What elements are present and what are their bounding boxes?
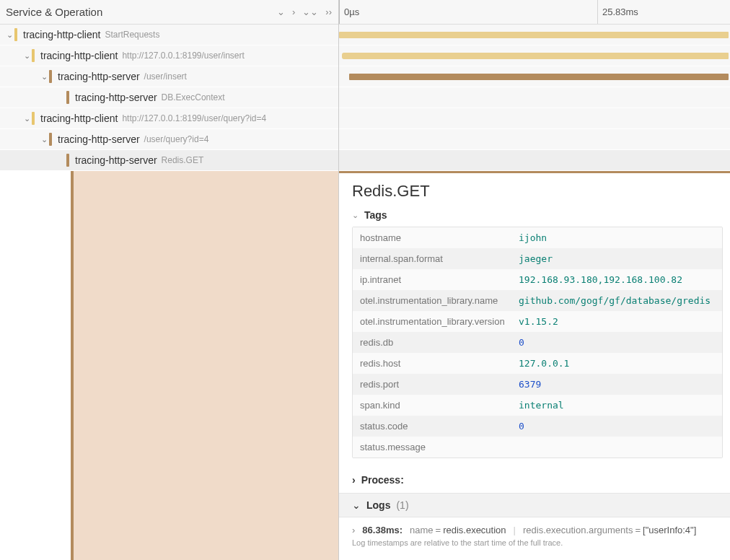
span-bar[interactable] <box>349 74 729 80</box>
service-color-bar <box>14 28 17 41</box>
chevron-down-icon[interactable]: ⌄ <box>22 114 32 123</box>
chevron-down-icon[interactable]: ⌄ <box>39 135 49 144</box>
tag-value: 0 <box>519 421 524 432</box>
logs-count: (1) <box>396 499 408 511</box>
chevron-down-icon: ⌄ <box>352 499 361 511</box>
tag-row[interactable]: ip.intranet192.168.93.180,192.168.100.82 <box>353 269 722 290</box>
timeline-row[interactable] <box>339 25 730 45</box>
expand-one-icon[interactable]: ⌄ <box>276 6 286 17</box>
service-color-bar <box>49 133 52 146</box>
span-bar[interactable] <box>339 32 729 38</box>
span-operation: /user/query?id=4 <box>144 134 209 144</box>
ruler-tick-label: 25.83ms <box>602 6 638 17</box>
span-tree[interactable]: ⌄tracing-http-clientStartRequests⌄tracin… <box>0 25 338 171</box>
ruler-tick: 25.83ms <box>597 0 638 24</box>
service-color-bar <box>32 49 35 62</box>
ruler-tick: 0µs <box>339 0 359 24</box>
collapse-one-icon[interactable]: › <box>291 6 296 17</box>
chevron-down-icon: ⌄ <box>352 211 359 220</box>
separator: | <box>514 525 516 535</box>
tag-row[interactable]: redis.port6379 <box>353 374 722 395</box>
tags-table: hostnameijohninternal.span.formatjaegeri… <box>352 227 723 458</box>
timeline-row[interactable] <box>339 45 730 66</box>
tag-key: status.code <box>360 421 519 432</box>
span-operation: DB.ExecContext <box>162 92 225 102</box>
span-service: tracing-http-client <box>23 29 100 40</box>
tag-key: status.message <box>360 442 519 452</box>
span-tree-pane: Service & Operation ⌄ › ⌄⌄ ›› ⌄tracing-h… <box>0 0 339 560</box>
chevron-down-icon[interactable]: ⌄ <box>22 51 32 61</box>
timeline-ruler: 0µs 25.83ms <box>339 0 730 25</box>
tag-key: otel.instrumentation_library.version <box>360 316 519 327</box>
process-label: Process: <box>361 474 404 486</box>
span-row[interactable]: ⌄tracing-http-clienthttp://127.0.0.1:819… <box>0 108 338 129</box>
tag-key: redis.port <box>360 379 519 390</box>
tag-row[interactable]: redis.db0 <box>353 332 722 353</box>
logs-section-header[interactable]: ⌄ Logs (1) <box>339 493 730 517</box>
log-kv: redis.execution.arguments=["userInfo:4"] <box>523 525 696 535</box>
tag-row[interactable]: otel.instrumentation_library.namegithub.… <box>353 290 722 311</box>
tag-key: span.kind <box>360 400 519 411</box>
span-operation: Redis.GET <box>162 155 204 165</box>
chevron-down-icon[interactable]: ⌄ <box>39 72 49 82</box>
ruler-tick-label: 0µs <box>344 6 359 17</box>
tag-value: 127.0.0.1 <box>519 358 569 369</box>
service-color-bar <box>66 154 69 167</box>
span-operation: StartRequests <box>105 30 159 40</box>
tag-value: ijohn <box>519 232 547 243</box>
span-service: tracing-http-server <box>58 134 140 145</box>
tag-value: 192.168.93.180,192.168.100.82 <box>519 274 682 285</box>
chevron-right-icon: › <box>352 474 356 486</box>
tag-row[interactable]: span.kindinternal <box>353 395 722 416</box>
tag-key: otel.instrumentation_library.name <box>360 295 519 306</box>
tag-row[interactable]: internal.span.formatjaeger <box>353 248 722 269</box>
span-operation: /user/insert <box>144 71 187 82</box>
timeline-row[interactable] <box>339 87 730 108</box>
tag-row[interactable]: hostnameijohn <box>353 227 722 248</box>
span-row[interactable]: ⌄tracing-http-clienthttp://127.0.0.1:819… <box>0 45 338 66</box>
tag-row[interactable]: status.message <box>353 437 722 458</box>
tag-key: internal.span.format <box>360 253 519 264</box>
span-row[interactable]: tracing-http-serverRedis.GET <box>0 150 338 171</box>
tags-section-header[interactable]: ⌄ Tags <box>339 206 730 224</box>
log-kv: name=redis.execution <box>410 525 506 535</box>
tag-value: internal <box>519 400 564 411</box>
tags-label: Tags <box>364 209 387 221</box>
chevron-down-icon[interactable]: ⌄ <box>4 30 14 40</box>
tree-header-tools: ⌄ › ⌄⌄ ›› <box>276 6 333 17</box>
tag-value: 6379 <box>519 379 541 390</box>
timeline-row[interactable] <box>339 129 730 150</box>
span-row[interactable]: ⌄tracing-http-server/user/query?id=4 <box>0 129 338 150</box>
span-row[interactable]: tracing-http-serverDB.ExecContext <box>0 87 338 108</box>
tag-row[interactable]: redis.host127.0.0.1 <box>353 353 722 374</box>
tree-header: Service & Operation ⌄ › ⌄⌄ ›› <box>0 0 338 25</box>
chevron-right-icon: › <box>352 525 355 535</box>
span-row[interactable]: ⌄tracing-http-clientStartRequests <box>0 25 338 45</box>
timeline-row[interactable] <box>339 150 730 171</box>
log-entry[interactable]: › 86.38ms: name=redis.execution|redis.ex… <box>339 517 730 537</box>
log-footnote: Log timestamps are relative to the start… <box>339 537 730 554</box>
selected-span-fill <box>0 171 338 560</box>
tag-value: v1.15.2 <box>519 316 558 327</box>
service-color-bar <box>49 70 52 83</box>
log-timestamp: 86.38ms: <box>362 525 403 535</box>
timeline-rows <box>339 25 730 171</box>
span-operation: http://127.0.0.1:8199/user/insert <box>122 51 244 61</box>
logs-label: Logs <box>366 499 390 511</box>
process-section-header[interactable]: › Process: <box>339 467 730 493</box>
span-service: tracing-http-server <box>58 71 140 82</box>
span-detail-title: Redis.GET <box>339 173 730 206</box>
span-row[interactable]: ⌄tracing-http-server/user/insert <box>0 66 338 87</box>
service-color-bar <box>32 112 35 125</box>
expand-all-icon[interactable]: ⌄⌄ <box>302 6 319 17</box>
span-service: tracing-http-server <box>75 92 157 103</box>
tag-key: hostname <box>360 232 519 243</box>
log-kv-list: name=redis.execution|redis.execution.arg… <box>410 525 696 535</box>
collapse-all-icon[interactable]: ›› <box>325 6 333 17</box>
tag-row[interactable]: otel.instrumentation_library.versionv1.1… <box>353 311 722 332</box>
timeline-row[interactable] <box>339 66 730 87</box>
service-color-bar <box>66 91 69 104</box>
timeline-row[interactable] <box>339 108 730 129</box>
tag-row[interactable]: status.code0 <box>353 416 722 437</box>
span-bar[interactable] <box>343 53 729 59</box>
